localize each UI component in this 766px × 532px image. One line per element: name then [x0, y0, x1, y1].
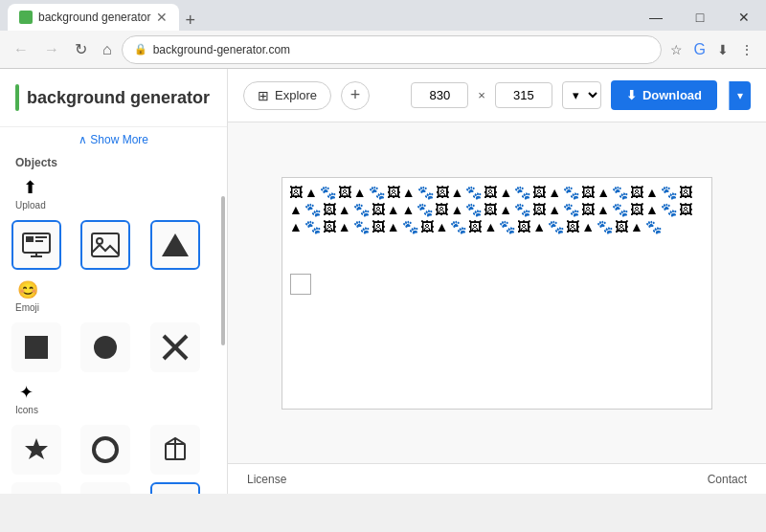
pattern-icon: 🖼	[338, 185, 351, 200]
icons-label: Icons	[15, 405, 38, 415]
pattern-icon: ▲	[645, 202, 659, 217]
pattern-icon: 🐾	[450, 219, 466, 234]
download-label: Download	[642, 88, 702, 102]
app-logo: background generator	[15, 77, 212, 119]
pattern-icon: 🐾	[661, 185, 677, 200]
download-dropdown-button[interactable]: ▾	[729, 81, 751, 110]
pattern-icon: 🐾	[548, 219, 564, 234]
pattern-icon: ▲	[338, 202, 351, 217]
pattern-icon: ▲	[484, 219, 497, 234]
pattern-icon: 🖼	[372, 219, 385, 234]
objects-grid	[0, 216, 227, 274]
obj-item-star[interactable]	[11, 425, 61, 475]
menu-button[interactable]: ⋮	[735, 38, 758, 61]
obj-item-circle[interactable]	[80, 322, 130, 372]
pattern-icon: ▲	[581, 219, 595, 234]
grid-icon: ⊞	[258, 88, 269, 103]
main-content: ⊞ Explore + × ▾ ⬇ Download ▾	[228, 69, 766, 494]
contact-link[interactable]: Contact	[708, 473, 747, 486]
pattern-icon: ▲	[436, 219, 449, 234]
download-nav-button[interactable]: ⬇	[712, 38, 733, 61]
pattern-icon: 🖼	[581, 202, 595, 217]
obj-item-3d-box[interactable]	[11, 482, 61, 494]
obj-item-square[interactable]	[11, 322, 61, 372]
pattern-icon: ▲	[499, 185, 512, 200]
svg-rect-9	[25, 336, 48, 359]
nav-bar: ← → ↻ ⌂ 🔒 background-generator.com ☆ G ⬇…	[0, 31, 766, 69]
pattern-icon: 🐾	[612, 185, 628, 200]
pattern-icon: 🐾	[417, 185, 434, 200]
obj-item-x[interactable]	[150, 322, 200, 372]
sidebar-header: background generator	[0, 69, 227, 127]
pattern-icon: 🐾	[304, 219, 321, 234]
height-input[interactable]	[495, 82, 552, 108]
obj-item-cube[interactable]	[80, 482, 130, 494]
pattern-icon: ▲	[338, 219, 351, 234]
explore-button[interactable]: ⊞ Explore	[243, 81, 331, 110]
obj-item-paw[interactable]	[150, 482, 200, 494]
forward-button[interactable]: →	[38, 37, 65, 62]
tab-title: background generator	[38, 11, 150, 24]
pattern-icon: 🐾	[353, 202, 370, 217]
back-button[interactable]: ←	[8, 37, 34, 62]
pattern-icon: 🐾	[320, 185, 336, 200]
pattern-icon: 🖼	[566, 219, 579, 234]
icons-tool[interactable]: ✦ Icons	[15, 378, 38, 419]
pattern-icon: 🖼	[517, 219, 530, 234]
upload-tool[interactable]: ⬆ Upload	[15, 173, 46, 214]
obj-item-ring[interactable]	[80, 425, 130, 475]
obj-item-box[interactable]	[150, 425, 200, 475]
pattern-icon: 🖼	[630, 202, 643, 217]
google-icon-button[interactable]: G	[689, 37, 710, 62]
pattern-icon: 🖼	[289, 185, 303, 200]
selection-rect[interactable]	[290, 274, 311, 295]
browser-tab[interactable]: background generator ✕	[8, 4, 179, 31]
pattern-icon: 🐾	[353, 219, 370, 234]
download-button[interactable]: ⬇ Download	[611, 80, 717, 110]
scrollbar[interactable]	[221, 196, 225, 344]
pattern-icon: 🖼	[484, 202, 497, 217]
pattern-icon: ▲	[597, 185, 610, 200]
svg-rect-6	[92, 233, 119, 256]
add-button[interactable]: +	[341, 81, 370, 110]
pattern-icon: 🐾	[597, 219, 613, 234]
objects-grid-4	[0, 478, 227, 494]
logo-bar	[15, 84, 19, 111]
star-button[interactable]: ☆	[665, 38, 687, 61]
pattern-icon: 🐾	[417, 202, 433, 217]
pattern-icon: 🖼	[372, 202, 385, 217]
svg-marker-8	[162, 233, 189, 256]
lock-icon: 🔒	[134, 43, 147, 55]
obj-item-triangle[interactable]	[150, 220, 200, 270]
close-button[interactable]: ✕	[722, 4, 766, 31]
pattern-icon: 🐾	[304, 202, 321, 217]
emoji-tool[interactable]: 😊 Emoji	[15, 276, 39, 317]
refresh-button[interactable]: ↻	[69, 36, 93, 62]
pattern-icon: 🐾	[499, 219, 515, 234]
dimension-dropdown[interactable]: ▾	[562, 81, 601, 109]
pattern-icon: 🖼	[679, 202, 692, 217]
explore-label: Explore	[275, 88, 317, 102]
pattern-icon: ▲	[499, 202, 512, 217]
icons-icon: ✦	[19, 382, 34, 403]
width-input[interactable]	[411, 82, 468, 108]
pattern-icon: 🖼	[581, 185, 595, 200]
obj-item-presentation[interactable]	[11, 220, 61, 270]
svg-point-10	[94, 336, 117, 359]
home-button[interactable]: ⌂	[97, 37, 118, 62]
tab-favicon	[19, 11, 33, 24]
pattern-icon: ▲	[548, 185, 561, 200]
obj-item-photo[interactable]	[80, 220, 130, 270]
maximize-button[interactable]: □	[678, 4, 722, 31]
show-more-button[interactable]: ∧ Show More	[0, 127, 227, 152]
tab-close-button[interactable]: ✕	[156, 10, 168, 25]
new-tab-button[interactable]: +	[179, 11, 201, 31]
emoji-label: Emoji	[15, 302, 39, 313]
pattern-icon: 🖼	[532, 185, 546, 200]
pattern-icon: 🐾	[514, 202, 530, 217]
pattern-icon: 🖼	[615, 219, 628, 234]
minimize-button[interactable]: —	[634, 4, 678, 31]
license-link[interactable]: License	[247, 473, 286, 486]
dimension-separator: ×	[478, 88, 485, 102]
address-bar[interactable]: 🔒 background-generator.com	[122, 35, 662, 64]
